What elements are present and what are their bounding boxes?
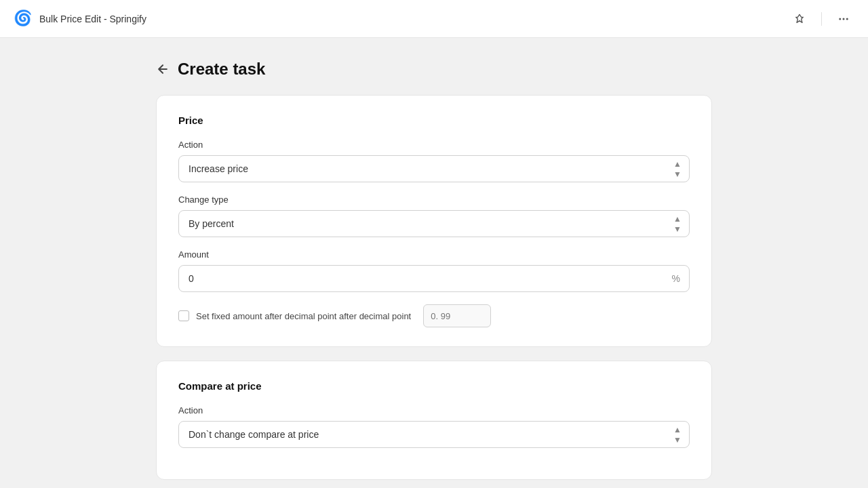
svg-point-2 (846, 18, 848, 20)
price-section-title: Price (178, 115, 690, 126)
price-card: Price Action Increase price Decrease pri… (156, 95, 712, 347)
action-select[interactable]: Increase price Decrease price Set price (178, 155, 690, 182)
amount-suffix: % (672, 273, 680, 284)
svg-point-0 (839, 18, 841, 20)
decimal-checkbox-row: Set fixed amount after decimal point aft… (178, 304, 690, 327)
compare-action-select-wrapper: Don`t change compare at price Increase c… (178, 421, 690, 448)
decimal-checkbox[interactable] (178, 310, 189, 321)
topbar-right (789, 8, 854, 30)
app-logo: 🌀 (14, 9, 33, 28)
action-select-wrapper: Increase price Decrease price Set price … (178, 155, 690, 182)
back-button[interactable] (156, 62, 170, 76)
amount-input[interactable] (178, 265, 690, 292)
decimal-checkbox-label: Set fixed amount after decimal point aft… (196, 311, 411, 321)
compare-action-label: Action (178, 405, 690, 415)
action-label: Action (178, 140, 690, 150)
change-type-select-wrapper: By percent By fixed amount ▲ ▼ (178, 210, 690, 237)
compare-section-title: Compare at price (178, 380, 690, 392)
more-menu-icon[interactable] (833, 8, 854, 30)
page-title: Create task (178, 60, 265, 79)
app-title: Bulk Price Edit - Springify (39, 14, 146, 24)
compare-action-select[interactable]: Don`t change compare at price Increase c… (178, 421, 690, 448)
change-type-select[interactable]: By percent By fixed amount (178, 210, 690, 237)
topbar: 🌀 Bulk Price Edit - Springify (0, 0, 868, 38)
topbar-left: 🌀 Bulk Price Edit - Springify (14, 9, 146, 28)
compare-at-price-card: Compare at price Action Don`t change com… (156, 361, 712, 480)
compare-action-field-group: Action Don`t change compare at price Inc… (178, 405, 690, 448)
logo-emoji: 🌀 (14, 9, 32, 26)
amount-input-wrapper: % (178, 265, 690, 292)
decimal-input[interactable] (423, 304, 491, 327)
action-field-group: Action Increase price Decrease price Set… (178, 140, 690, 182)
change-type-field-group: Change type By percent By fixed amount ▲… (178, 195, 690, 237)
svg-point-1 (843, 18, 845, 20)
pin-icon[interactable] (789, 8, 810, 30)
topbar-divider (821, 12, 822, 26)
amount-field-group: Amount % (178, 249, 690, 292)
change-type-label: Change type (178, 195, 690, 205)
page-header: Create task (156, 60, 712, 79)
main-content: Create task Price Action Increase price … (0, 38, 868, 488)
amount-label: Amount (178, 249, 690, 260)
